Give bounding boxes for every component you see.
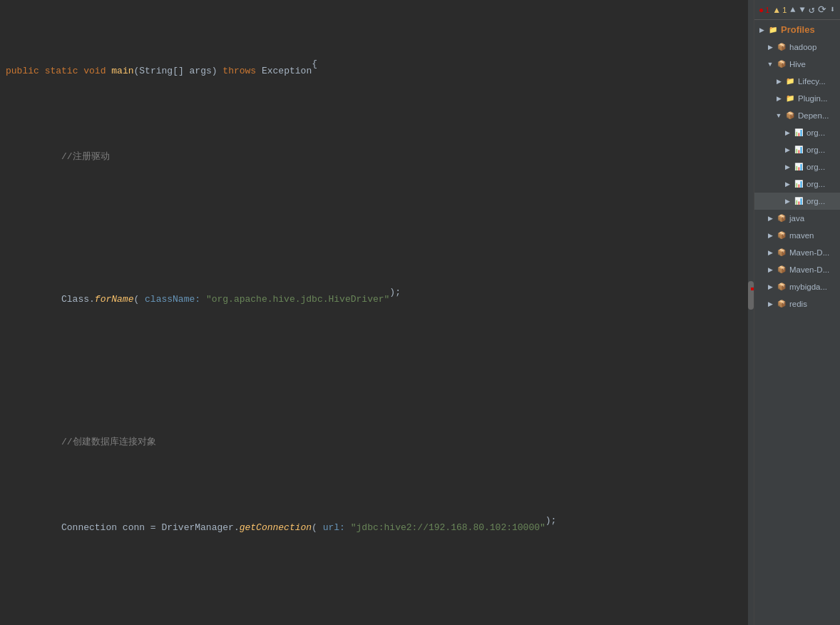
code-line-blank3 (0, 585, 754, 599)
org3-arrow: ▶ (783, 163, 792, 171)
tree-item-redis[interactable]: ▶ 📦 redis (754, 295, 840, 312)
org5-label: org... (806, 194, 825, 208)
org1-icon: 📊 (793, 128, 804, 138)
tree-item-org2[interactable]: ▶ 📊 org... (754, 141, 840, 158)
lifecycle-arrow: ▶ (774, 77, 783, 86)
warning-icon: ▲ (772, 5, 781, 15)
dependencies-arrow: ▼ (774, 111, 783, 120)
scrollbar[interactable] (748, 0, 754, 625)
tree-item-org5[interactable]: ▶ 📊 org... (754, 193, 840, 210)
error-indicator (751, 288, 754, 290)
sync-button[interactable]: ⟳ (818, 4, 826, 16)
lifecycle-icon: 📁 (784, 76, 796, 86)
lifecycle-label: Lifecy... (798, 74, 826, 88)
warning-badge: ▲ 1 (772, 5, 787, 15)
error-badge: ● 1 (759, 5, 769, 15)
tree-item-java[interactable]: ▶ 📦 java (754, 210, 840, 227)
mybigda-arrow: ▶ (766, 283, 774, 291)
org2-icon: 📊 (793, 145, 804, 155)
code-line-comment2: //创建数据库连接对象 (0, 428, 754, 457)
plugins-arrow: ▶ (774, 94, 783, 103)
hive-arrow: ▼ (766, 60, 774, 68)
java-label: java (789, 211, 804, 225)
org1-arrow: ▶ (783, 128, 792, 137)
org5-arrow: ▶ (783, 197, 792, 205)
tree-item-hive[interactable]: ▼ 📦 Hive (754, 56, 840, 73)
hadoop-label: hadoop (789, 40, 816, 54)
tree-item-maven-d2[interactable]: ▶ 📦 Maven-D... (754, 261, 840, 278)
profiles-label: Profiles (781, 23, 815, 37)
tree-item-dependencies[interactable]: ▼ 📦 Depen... (754, 107, 840, 124)
refresh-button[interactable]: ↺ (809, 4, 815, 16)
org4-icon: 📊 (793, 179, 804, 189)
org4-label: org... (806, 177, 825, 191)
java-icon: 📦 (776, 213, 787, 223)
maven-icon: 📦 (776, 230, 787, 240)
tree-item-org4[interactable]: ▶ 📊 org... (754, 176, 840, 193)
profiles-folder-icon: 📁 (767, 25, 779, 35)
sidebar: ● 1 ▲ 1 ▲ ▼ ↺ ⟳ ⬇ ▶ 📁 Profiles ▶ 📦 hadoo… (754, 0, 840, 625)
warning-count: 1 (782, 6, 787, 14)
org5-icon: 📊 (793, 196, 804, 206)
profiles-arrow: ▶ (757, 26, 766, 34)
tree-item-mybigda[interactable]: ▶ 📦 mybigda... (754, 278, 840, 295)
org1-label: org... (806, 126, 825, 140)
code-line-blank2 (0, 357, 754, 371)
mybigda-label: mybigda... (789, 280, 827, 294)
down-button[interactable]: ▼ (799, 4, 806, 16)
scroll-thumb[interactable] (748, 281, 754, 310)
sidebar-toolbar: ● 1 ▲ 1 ▲ ▼ ↺ ⟳ ⬇ (754, 0, 840, 20)
maven-label: maven (789, 228, 814, 243)
error-count: 1 (765, 6, 769, 14)
maven-d1-icon: 📦 (776, 248, 787, 258)
org4-arrow: ▶ (783, 180, 792, 188)
tree-item-profiles[interactable]: ▶ 📁 Profiles (754, 21, 840, 39)
redis-label: redis (789, 297, 807, 311)
tree-item-maven-d1[interactable]: ▶ 📦 Maven-D... (754, 244, 840, 261)
tree-item-org3[interactable]: ▶ 📊 org... (754, 158, 840, 176)
hadoop-icon: 📦 (776, 42, 787, 52)
hive-icon: 📦 (776, 59, 787, 69)
tree-item-lifecycle[interactable]: ▶ 📁 Lifecy... (754, 73, 840, 90)
mybigda-icon: 📦 (776, 282, 787, 292)
error-icon: ● (759, 5, 764, 15)
org3-label: org... (806, 160, 825, 174)
hadoop-arrow: ▶ (766, 43, 774, 51)
maven-d1-label: Maven-D... (789, 245, 829, 260)
plugins-label: Plugin... (798, 91, 828, 106)
tree-item-maven[interactable]: ▶ 📦 maven (754, 227, 840, 244)
org2-arrow: ▶ (783, 146, 792, 154)
maven-d1-arrow: ▶ (766, 248, 774, 257)
maven-arrow: ▶ (766, 231, 774, 240)
org3-icon: 📊 (793, 162, 804, 172)
code-line-1: public static void main(String[] args) t… (0, 57, 754, 86)
org2-label: org... (806, 143, 825, 157)
maven-d2-label: Maven-D... (789, 263, 829, 277)
hive-label: Hive (789, 57, 806, 71)
download-button[interactable]: ⬇ (829, 4, 836, 16)
code-editor[interactable]: public static void main(String[] args) t… (0, 0, 754, 625)
maven-d2-icon: 📦 (776, 265, 787, 275)
plugins-icon: 📁 (784, 93, 796, 103)
maven-d2-arrow: ▶ (766, 265, 774, 274)
code-line-classforname: Class.forName( className: "org.apache.hi… (0, 285, 754, 314)
tree-item-hadoop[interactable]: ▶ 📦 hadoop (754, 39, 840, 56)
tree-item-plugins[interactable]: ▶ 📁 Plugin... (754, 90, 840, 107)
java-arrow: ▶ (766, 214, 774, 223)
code-line-comment1: //注册驱动 (0, 143, 754, 171)
code-content: public static void main(String[] args) t… (0, 0, 754, 625)
dependencies-icon: 📦 (784, 111, 796, 121)
redis-icon: 📦 (776, 299, 787, 309)
up-button[interactable]: ▲ (789, 4, 796, 16)
dependencies-label: Depen... (798, 108, 829, 123)
sidebar-tree: ▶ 📁 Profiles ▶ 📦 hadoop ▼ 📦 Hive ▶ 📁 Lif… (754, 20, 840, 625)
code-line-blank1 (0, 214, 754, 228)
code-line-connection: Connection conn = DriverManager.getConne… (0, 514, 754, 542)
tree-item-org1[interactable]: ▶ 📊 org... (754, 124, 840, 141)
redis-arrow: ▶ (766, 300, 774, 308)
